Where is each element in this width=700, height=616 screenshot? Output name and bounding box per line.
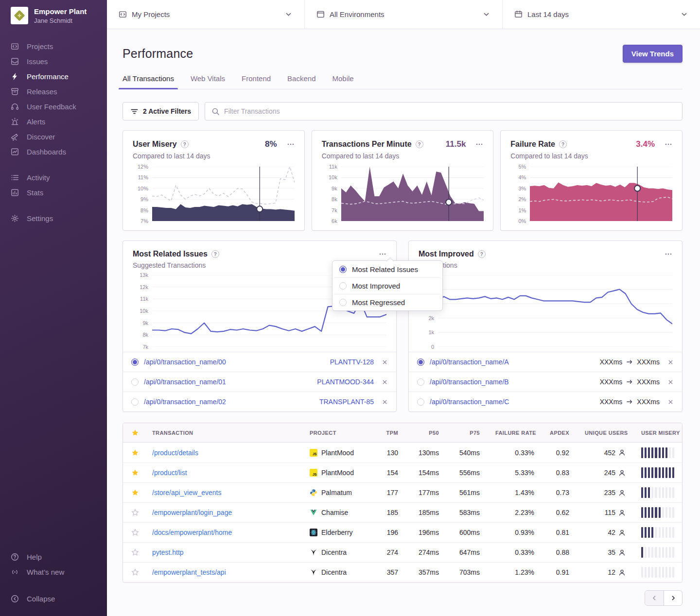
radio-unselected[interactable] bbox=[339, 299, 347, 306]
column-header-unique-users[interactable]: UNIQUE USERS bbox=[577, 430, 633, 436]
star-outline-icon[interactable] bbox=[131, 568, 139, 576]
star-outline-icon[interactable] bbox=[131, 548, 139, 556]
transaction-link[interactable]: /empowerplant/login_page bbox=[152, 509, 232, 516]
prev-page-button[interactable] bbox=[645, 591, 664, 605]
menu-option-most-improved[interactable]: Most Improved bbox=[332, 277, 442, 294]
project-filter-label: My Projects bbox=[132, 10, 170, 18]
menu-option-most-related-issues[interactable]: Most Related Issues bbox=[332, 261, 442, 277]
radio-unselected[interactable] bbox=[417, 398, 424, 406]
transaction-link[interactable]: /api/0/transaction_name/00 bbox=[144, 358, 226, 366]
column-header-tpm[interactable]: TPM bbox=[375, 430, 406, 436]
column-header-apdex[interactable]: APDEX bbox=[542, 430, 577, 436]
transaction-link[interactable]: /api/0/transaction_name/C bbox=[430, 398, 509, 406]
transaction-link[interactable]: /product/list bbox=[152, 469, 187, 477]
transaction-link[interactable]: /api/0/transaction_name/02 bbox=[144, 398, 226, 406]
radio-unselected[interactable] bbox=[417, 378, 424, 386]
sidebar-item-releases[interactable]: Releases bbox=[11, 84, 96, 99]
close-icon[interactable] bbox=[667, 399, 674, 405]
column-header-user-misery[interactable]: USER MISERY bbox=[633, 430, 682, 436]
column-header-p75[interactable]: P75 bbox=[447, 430, 488, 436]
project-filter-dropdown[interactable]: My Projects bbox=[107, 0, 305, 29]
star-filled-icon[interactable] bbox=[131, 469, 139, 477]
card-options-button[interactable] bbox=[665, 140, 672, 148]
tab-all-transactions[interactable]: All Transactions bbox=[122, 74, 174, 89]
y-tick-label: 8% bbox=[140, 207, 148, 213]
card-options-button[interactable] bbox=[665, 250, 672, 258]
tab-mobile[interactable]: Mobile bbox=[332, 74, 353, 89]
question-circle-icon[interactable]: ? bbox=[478, 250, 486, 258]
radio-unselected[interactable] bbox=[339, 282, 347, 290]
column-header-project[interactable]: PROJECT bbox=[302, 430, 375, 436]
sidebar-item-stats[interactable]: Stats bbox=[11, 185, 96, 200]
date-filter-dropdown[interactable]: Last 14 days bbox=[503, 0, 700, 29]
transaction-link[interactable]: /docs/empowerplant/home bbox=[152, 529, 232, 536]
card-options-button[interactable] bbox=[287, 140, 295, 148]
close-icon[interactable] bbox=[382, 379, 388, 385]
settings-icon bbox=[11, 214, 19, 222]
star-filled-icon[interactable] bbox=[131, 489, 139, 496]
next-page-button[interactable] bbox=[664, 591, 682, 605]
view-trends-button[interactable]: View Trends bbox=[623, 45, 682, 63]
transaction-link[interactable]: pytest.http bbox=[152, 548, 184, 556]
close-icon[interactable] bbox=[667, 359, 674, 365]
radio-selected[interactable] bbox=[417, 359, 424, 366]
sidebar-item-projects[interactable]: Projects bbox=[11, 39, 96, 54]
close-icon[interactable] bbox=[667, 379, 674, 385]
search-input[interactable] bbox=[224, 107, 676, 115]
close-icon[interactable] bbox=[382, 359, 388, 365]
transaction-link[interactable]: /store/api_view_events bbox=[152, 489, 221, 496]
column-header-transaction[interactable]: TRANSACTION bbox=[144, 430, 302, 436]
issue-link[interactable]: TRANSPLANT-85 bbox=[319, 398, 374, 406]
column-header-failure-rate[interactable]: FAILURE RATE bbox=[488, 430, 542, 436]
star-outline-icon[interactable] bbox=[131, 529, 139, 536]
sidebar-item-label: Dashboards bbox=[27, 148, 66, 156]
radio-selected[interactable] bbox=[131, 359, 139, 366]
page-title: Performance bbox=[122, 47, 193, 61]
tpm-value: 274 bbox=[375, 548, 406, 556]
sidebar-collapse[interactable]: Collapse bbox=[11, 591, 96, 606]
sidebar-item-dashboards[interactable]: Dashboards bbox=[11, 144, 96, 159]
transaction-link[interactable]: /api/0/transaction_name/A bbox=[430, 358, 509, 366]
tab-backend[interactable]: Backend bbox=[287, 74, 315, 89]
radio-selected[interactable] bbox=[339, 266, 347, 273]
sidebar-item-user-feedback[interactable]: User Feedback bbox=[11, 99, 96, 114]
menu-option-most-regressed[interactable]: Most Regressed bbox=[332, 294, 442, 310]
sidebar-item-performance[interactable]: Performance bbox=[11, 69, 96, 84]
y-tick-label: 7k bbox=[332, 207, 337, 213]
transaction-link[interactable]: /api/0/transaction_name/B bbox=[430, 378, 509, 386]
sidebar-item-help[interactable]: Help bbox=[11, 549, 96, 565]
performance-icon bbox=[11, 72, 19, 81]
radio-unselected[interactable] bbox=[131, 398, 139, 406]
question-circle-icon[interactable]: ? bbox=[211, 250, 219, 258]
question-circle-icon[interactable]: ? bbox=[416, 140, 423, 148]
issue-link[interactable]: PLANTTV-128 bbox=[330, 358, 374, 366]
card-options-button[interactable] bbox=[475, 140, 483, 148]
environment-filter-dropdown[interactable]: All Environments bbox=[305, 0, 503, 29]
column-header-p50[interactable]: P50 bbox=[406, 430, 447, 436]
sidebar-item-issues[interactable]: Issues bbox=[11, 54, 96, 69]
feedback-icon bbox=[11, 103, 19, 111]
close-icon[interactable] bbox=[382, 399, 388, 405]
transaction-link[interactable]: /empowerplant_tests/api bbox=[152, 568, 226, 576]
star-filled-icon[interactable] bbox=[131, 429, 139, 437]
transaction-link[interactable]: /api/0/transaction_name/01 bbox=[144, 378, 226, 386]
question-circle-icon[interactable]: ? bbox=[559, 140, 567, 148]
question-circle-icon[interactable]: ? bbox=[181, 140, 189, 148]
tab-web-vitals[interactable]: Web Vitals bbox=[191, 74, 225, 89]
star-outline-icon[interactable] bbox=[131, 509, 139, 516]
transaction-link[interactable]: /product/details bbox=[152, 449, 198, 457]
sidebar-item-alerts[interactable]: Alerts bbox=[11, 114, 96, 129]
sidebar-item-activity[interactable]: Activity bbox=[11, 170, 96, 185]
org-switcher[interactable]: Empower Plant Jane Schmidt bbox=[0, 7, 107, 24]
sidebar-item-what-s-new[interactable]: What’s new bbox=[11, 565, 96, 580]
active-filters-button[interactable]: 2 Active Filters bbox=[122, 102, 199, 120]
tab-frontend[interactable]: Frontend bbox=[242, 74, 271, 89]
card-options-button[interactable] bbox=[379, 250, 386, 258]
sidebar-item-settings[interactable]: Settings bbox=[11, 211, 96, 226]
star-filled-icon[interactable] bbox=[131, 449, 139, 457]
radio-unselected[interactable] bbox=[131, 378, 139, 386]
sidebar-item-discover[interactable]: Discover bbox=[11, 129, 96, 144]
issue-link[interactable]: PLANTMOOD-344 bbox=[317, 378, 374, 386]
table-body: /product/detailsJSPlantMood130130ms540ms… bbox=[123, 443, 682, 582]
menu-option-label: Most Regressed bbox=[352, 298, 405, 307]
